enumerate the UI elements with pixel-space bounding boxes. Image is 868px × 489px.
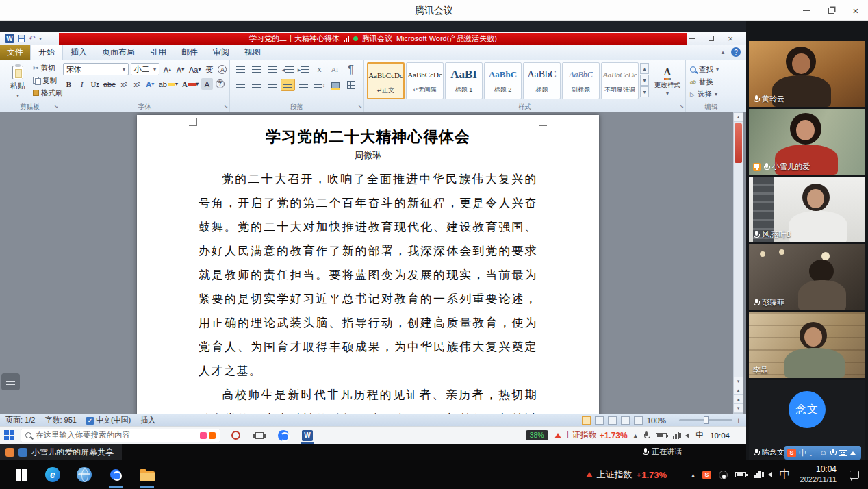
gallery-up-icon[interactable]: ▴ xyxy=(640,63,649,74)
qat-dropdown-icon[interactable]: ▾ xyxy=(39,36,42,42)
outline-view-button[interactable] xyxy=(621,416,630,425)
tab-references[interactable]: 引用 xyxy=(142,45,174,60)
style-normal[interactable]: AaBbCcDc↵正文 xyxy=(367,62,405,99)
language-indicator[interactable]: ✔中文(中国) xyxy=(86,415,131,425)
underline-button[interactable]: U▾ xyxy=(89,78,101,90)
cut-button[interactable]: ✂剪切 xyxy=(33,63,63,73)
enclose-character-button[interactable]: 字 xyxy=(214,78,226,90)
zoom-level[interactable]: 100% xyxy=(647,416,666,425)
edge-browser-icon[interactable]: e xyxy=(37,460,68,489)
word-close-button[interactable]: × xyxy=(724,33,737,44)
sogou-ime-bar[interactable]: S 中 。 ☺ xyxy=(784,446,861,460)
borders-button[interactable] xyxy=(344,79,358,91)
italic-button[interactable]: I xyxy=(76,78,88,90)
font-dialog-launcher[interactable]: ↘ xyxy=(223,103,228,110)
zoom-out-button[interactable]: − xyxy=(670,416,674,425)
subscript-button[interactable]: x2 xyxy=(118,78,130,90)
shared-mic-icon[interactable] xyxy=(643,431,650,440)
gallery-down-icon[interactable]: ▾ xyxy=(640,75,649,86)
participant-tile[interactable]: 彭臻菲 xyxy=(749,244,865,310)
clipboard-dialog-launcher[interactable]: ↘ xyxy=(53,103,58,110)
scroll-up-icon[interactable]: ▴ xyxy=(734,113,743,122)
minimize-button[interactable] xyxy=(794,0,819,21)
shared-volume-icon[interactable] xyxy=(685,433,689,438)
draft-view-button[interactable] xyxy=(634,416,643,425)
shared-ime-indicator[interactable]: 中 xyxy=(695,429,704,441)
format-painter-button[interactable]: 格式刷 xyxy=(33,88,63,98)
tray-expand-icon[interactable]: ▴ xyxy=(691,471,695,479)
shopping-icon[interactable] xyxy=(200,432,207,439)
tab-file[interactable]: 文件 xyxy=(0,45,30,60)
browse-object-icon[interactable]: ● xyxy=(734,395,743,404)
font-name-select[interactable]: 宋体▾ xyxy=(63,63,129,75)
change-case-button[interactable]: Aa▾ xyxy=(188,64,202,75)
host-ime-indicator[interactable]: 中 xyxy=(780,468,791,482)
styles-dialog-launcher[interactable]: ↘ xyxy=(679,103,684,110)
battery-icon[interactable] xyxy=(735,472,746,477)
strikethrough-button[interactable]: abc xyxy=(102,78,117,90)
tab-page-layout[interactable]: 页面布局 xyxy=(94,45,142,60)
align-left-button[interactable] xyxy=(233,79,248,91)
save-icon[interactable] xyxy=(18,35,25,42)
asian-layout-button[interactable]: X xyxy=(312,64,327,76)
document-page[interactable]: 学习党的二十大精神心得体会 周微琳 党的二十大召开，吹响了全面推进中华民族伟大复… xyxy=(137,115,599,414)
participant-tile[interactable]: 黄玲云 xyxy=(749,41,865,107)
paste-button[interactable]: 粘贴 ▾ xyxy=(5,63,30,101)
file-explorer-icon[interactable] xyxy=(131,460,163,489)
keyboard-icon[interactable] xyxy=(839,450,847,456)
browser-globe-icon[interactable] xyxy=(68,460,100,489)
shared-tray-expand-icon[interactable]: ▴ xyxy=(634,431,637,439)
document-area[interactable]: 学习党的二十大精神心得体会 周微琳 党的二十大召开，吹响了全面推进中华民族伟大复… xyxy=(0,112,746,414)
word-count[interactable]: 字数: 951 xyxy=(44,415,76,425)
distribute-button[interactable] xyxy=(296,79,311,91)
restore-button[interactable] xyxy=(819,0,843,21)
help-icon[interactable]: ? xyxy=(731,47,741,57)
volume-icon[interactable] xyxy=(768,472,772,477)
decrease-indent-button[interactable]: ◂ xyxy=(281,64,295,76)
bullets-button[interactable] xyxy=(233,64,248,76)
tab-view[interactable]: 视图 xyxy=(237,45,268,60)
bold-button[interactable]: B xyxy=(63,78,75,90)
copy-button[interactable]: 复制 xyxy=(33,75,63,86)
word-taskbar-icon[interactable]: W xyxy=(298,427,316,444)
sort-button[interactable]: A↓ xyxy=(328,64,342,76)
undo-icon[interactable]: ↶ xyxy=(29,34,36,42)
clock[interactable]: 10:04 2022/11/11 xyxy=(800,464,837,485)
meeting-panel-toggle[interactable] xyxy=(1,373,20,390)
voice-input-icon[interactable] xyxy=(830,449,836,457)
character-shading-button[interactable]: A xyxy=(201,78,213,90)
next-page-icon[interactable]: ▾ xyxy=(734,404,743,413)
ime-collapse-icon[interactable] xyxy=(850,451,856,455)
shared-clock[interactable]: 10:04 xyxy=(710,431,730,440)
clear-formatting-button[interactable]: 变 xyxy=(203,64,215,75)
start-button[interactable] xyxy=(5,460,37,489)
ime-mode-indicator[interactable]: 中 xyxy=(799,448,806,458)
superscript-button[interactable]: x2 xyxy=(131,78,143,90)
grow-font-button[interactable]: A▴ xyxy=(162,64,173,75)
word-restore-button[interactable] xyxy=(705,33,717,44)
quark-browser-icon[interactable] xyxy=(100,460,131,489)
style-title[interactable]: AaBbC标题 xyxy=(523,62,561,99)
taobao-icon[interactable] xyxy=(209,432,216,439)
fullscreen-view-button[interactable] xyxy=(595,416,604,425)
sogou-logo-icon[interactable]: S xyxy=(787,449,796,457)
zoom-slider[interactable] xyxy=(679,419,732,421)
paragraph-dialog-launcher[interactable]: ↘ xyxy=(357,103,362,110)
shrink-font-button[interactable]: A▾ xyxy=(175,64,186,75)
justify-button[interactable] xyxy=(281,79,295,91)
scroll-down-icon[interactable]: ▾ xyxy=(734,377,743,386)
ime-punct-indicator[interactable]: 。 xyxy=(809,448,817,458)
close-button[interactable]: × xyxy=(843,0,868,21)
gallery-more-icon[interactable]: ▾ xyxy=(640,86,649,97)
participant-tile[interactable]: 风,落叶8 xyxy=(749,177,865,242)
tab-review[interactable]: 审阅 xyxy=(205,45,237,60)
host-stock-ticker[interactable]: 上证指数 +1.73% xyxy=(586,468,667,481)
style-subtle-emphasis[interactable]: AaBbCcDc不明显强调 xyxy=(601,62,639,99)
shared-network-icon[interactable] xyxy=(673,432,680,439)
style-no-spacing[interactable]: AaBbCcDc↵无间隔 xyxy=(406,62,444,99)
word-logo-icon[interactable]: W xyxy=(5,34,14,43)
select-button[interactable]: ▷选择▾ xyxy=(690,89,717,99)
align-center-button[interactable] xyxy=(249,79,264,91)
find-button[interactable]: 查找▾ xyxy=(690,64,719,75)
replace-button[interactable]: ab替换 xyxy=(690,77,713,87)
